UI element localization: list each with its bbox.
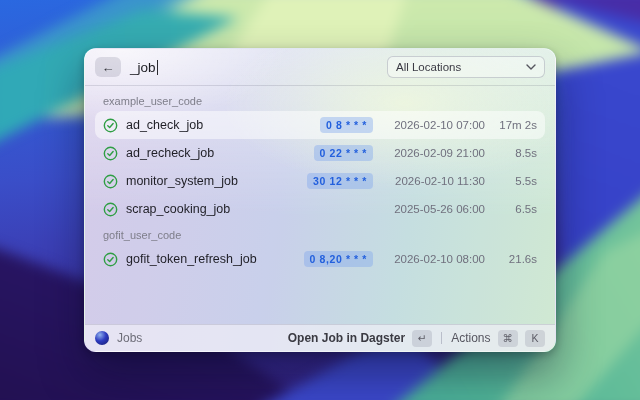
results-list: example_user_code ad_check_job 0 8 * * *… — [85, 86, 555, 324]
back-arrow-icon: ← — [102, 61, 115, 74]
job-row[interactable]: scrap_cooking_job 2025-05-26 06:00 6.5s — [95, 195, 545, 223]
job-name: scrap_cooking_job — [126, 202, 373, 216]
job-row[interactable]: monitor_system_job 30 12 * * * 2026-02-1… — [95, 167, 545, 195]
footer-divider — [441, 332, 442, 344]
section-rows: ad_check_job 0 8 * * * 2026-02-10 07:00 … — [95, 111, 545, 223]
primary-action-label[interactable]: Open Job in Dagster — [288, 331, 405, 345]
next-run-timestamp: 2026-02-10 11:30 — [381, 175, 485, 187]
next-run-timestamp: 2026-02-09 21:00 — [381, 147, 485, 159]
run-duration: 6.5s — [493, 203, 537, 215]
footer-context-label: Jobs — [117, 331, 142, 345]
job-row[interactable]: ad_recheck_job 0 22 * * * 2026-02-09 21:… — [95, 139, 545, 167]
run-duration: 21.6s — [493, 253, 537, 265]
enter-key-badge: ↵ — [412, 330, 432, 347]
back-button[interactable]: ← — [95, 57, 121, 77]
job-name: ad_check_job — [126, 118, 312, 132]
schedule-badge: 0 8,20 * * * — [304, 251, 373, 267]
schedule-badge: 30 12 * * * — [307, 173, 373, 189]
search-text: _job — [130, 60, 156, 75]
k-key-badge: K — [525, 330, 545, 347]
location-filter-value: All Locations — [396, 61, 461, 73]
check-circle-icon — [103, 118, 118, 133]
cmd-key-badge: ⌘ — [498, 330, 519, 347]
check-circle-icon — [103, 174, 118, 189]
result-section: gofit_user_code gofit_token_refresh_job … — [95, 223, 545, 273]
next-run-timestamp: 2026-02-10 07:00 — [381, 119, 485, 131]
check-circle-icon — [103, 252, 118, 267]
search-header: ← _job All Locations — [85, 49, 555, 86]
run-duration: 5.5s — [493, 175, 537, 187]
section-rows: gofit_token_refresh_job 0 8,20 * * * 202… — [95, 245, 545, 273]
next-run-timestamp: 2025-05-26 06:00 — [381, 203, 485, 215]
chevron-down-icon — [526, 64, 536, 70]
run-duration: 8.5s — [493, 147, 537, 159]
schedule-badge: 0 8 * * * — [320, 117, 373, 133]
desktop: ← _job All Locations example_user_code — [0, 0, 640, 400]
section-label: example_user_code — [95, 89, 545, 111]
launcher-window: ← _job All Locations example_user_code — [84, 48, 556, 352]
job-name: gofit_token_refresh_job — [126, 252, 296, 266]
job-name: ad_recheck_job — [126, 146, 306, 160]
location-filter-dropdown[interactable]: All Locations — [387, 56, 545, 78]
footer-actions: Open Job in Dagster ↵ Actions ⌘ K — [288, 330, 545, 347]
footer-context: Jobs — [95, 331, 142, 345]
dagster-icon — [95, 331, 109, 345]
next-run-timestamp: 2026-02-10 08:00 — [381, 253, 485, 265]
check-circle-icon — [103, 202, 118, 217]
run-duration: 17m 2s — [493, 119, 537, 131]
job-name: monitor_system_job — [126, 174, 299, 188]
section-label: gofit_user_code — [95, 223, 545, 245]
actions-label[interactable]: Actions — [451, 331, 490, 345]
search-input[interactable]: _job — [130, 60, 378, 75]
job-row[interactable]: ad_check_job 0 8 * * * 2026-02-10 07:00 … — [95, 111, 545, 139]
result-section: example_user_code ad_check_job 0 8 * * *… — [95, 89, 545, 223]
job-row[interactable]: gofit_token_refresh_job 0 8,20 * * * 202… — [95, 245, 545, 273]
check-circle-icon — [103, 146, 118, 161]
schedule-badge: 0 22 * * * — [314, 145, 373, 161]
footer-bar: Jobs Open Job in Dagster ↵ Actions ⌘ K — [85, 324, 555, 351]
text-caret — [157, 60, 159, 75]
